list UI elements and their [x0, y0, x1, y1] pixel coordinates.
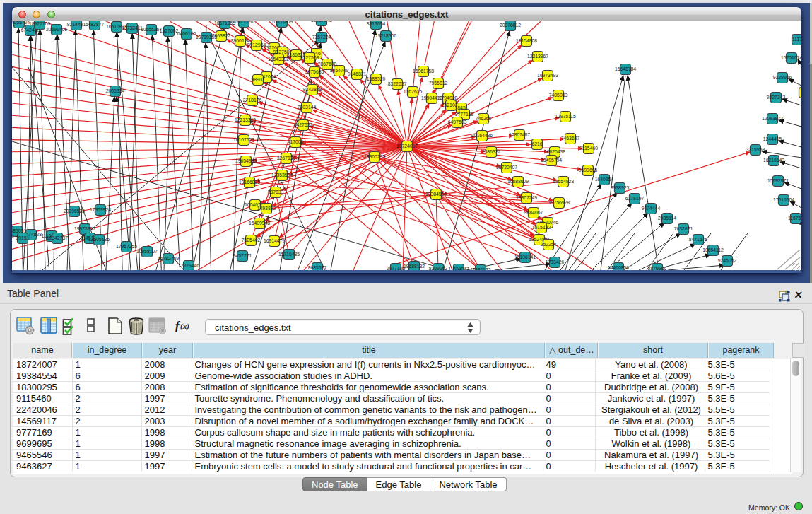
svg-text:20691406: 20691406 [46, 27, 67, 32]
svg-text:(x): (x) [180, 322, 189, 331]
svg-text:18300295: 18300295 [364, 154, 385, 159]
svg-text:8427552: 8427552 [294, 122, 313, 127]
svg-text:9214491: 9214491 [67, 22, 86, 27]
svg-text:10973493: 10973493 [537, 73, 558, 78]
svg-text:2803144: 2803144 [298, 105, 317, 110]
svg-text:9115460: 9115460 [579, 146, 598, 151]
svg-text:19218506: 19218506 [375, 33, 396, 38]
svg-text:252254: 252254 [541, 242, 557, 247]
svg-text:10688609: 10688609 [507, 179, 529, 184]
svg-text:8685577: 8685577 [308, 265, 327, 270]
svg-text:1527602: 1527602 [160, 28, 179, 33]
svg-text:39151: 39151 [16, 235, 30, 240]
svg-text:15692971: 15692971 [767, 178, 789, 183]
svg-text:2867608: 2867608 [318, 62, 337, 66]
svg-text:12505135: 12505135 [88, 237, 110, 242]
svg-text:1615132: 1615132 [532, 225, 551, 230]
svg-text:19975857: 19975857 [74, 226, 95, 231]
svg-text:6482877: 6482877 [86, 22, 105, 27]
svg-text:18922760: 18922760 [29, 21, 50, 26]
svg-text:7515526: 7515526 [235, 21, 254, 24]
svg-text:16543382: 16543382 [268, 57, 289, 62]
svg-text:1733426: 1733426 [546, 259, 565, 264]
svg-text:20876812: 20876812 [500, 23, 521, 28]
svg-text:18495794: 18495794 [541, 158, 562, 163]
svg-text:2386322: 2386322 [482, 149, 501, 154]
svg-text:19688132: 19688132 [404, 264, 425, 269]
svg-text:7632621: 7632621 [674, 226, 693, 231]
svg-text:7357224: 7357224 [312, 35, 331, 40]
svg-text:6379197: 6379197 [625, 196, 645, 201]
svg-text:2876966: 2876966 [648, 266, 667, 270]
svg-text:16409948: 16409948 [249, 221, 270, 226]
svg-text:8813054: 8813054 [367, 21, 386, 26]
svg-text:16961758: 16961758 [413, 69, 434, 74]
svg-text:20164436: 20164436 [471, 133, 493, 138]
svg-text:12353594: 12353594 [271, 173, 293, 177]
svg-text:16107553: 16107553 [233, 137, 254, 142]
svg-text:7463627: 7463627 [561, 136, 580, 141]
svg-text:12213967: 12213967 [527, 54, 548, 59]
svg-text:15751074: 15751074 [781, 55, 801, 60]
svg-text:6216: 6216 [531, 141, 542, 146]
svg-text:10958107: 10958107 [136, 249, 158, 254]
svg-text:1117: 1117 [792, 37, 801, 42]
svg-text:10655267: 10655267 [141, 27, 162, 32]
svg-text:17359924: 17359924 [90, 207, 111, 212]
svg-text:9327508: 9327508 [300, 55, 319, 60]
svg-text:1244415: 1244415 [763, 136, 782, 141]
svg-text:9227343: 9227343 [767, 95, 786, 100]
svg-text:12093872: 12093872 [762, 116, 783, 121]
svg-text:6497503: 6497503 [448, 119, 467, 124]
svg-text:9146821: 9146821 [348, 71, 367, 76]
svg-text:18807249: 18807249 [516, 195, 537, 200]
svg-text:17957255: 17957255 [116, 244, 137, 249]
svg-text:1588520: 1588520 [367, 76, 386, 81]
svg-text:98901: 98901 [252, 77, 265, 82]
svg-text:17016504: 17016504 [773, 197, 794, 202]
svg-text:6466160: 6466160 [177, 31, 196, 36]
svg-text:9457771: 9457771 [233, 253, 252, 258]
svg-text:18724007: 18724007 [396, 144, 418, 148]
svg-text:3267130: 3267130 [277, 156, 296, 160]
svg-text:8471676: 8471676 [689, 237, 708, 242]
svg-text:20206535: 20206535 [64, 209, 85, 214]
svg-text:9242848: 9242848 [303, 87, 322, 92]
svg-text:16782759: 16782759 [158, 256, 179, 261]
svg-text:3675685: 3675685 [305, 69, 324, 74]
svg-text:2935114: 2935114 [658, 216, 676, 221]
svg-text:9684067: 9684067 [524, 210, 543, 215]
svg-text:10057945: 10057945 [311, 21, 332, 23]
svg-text:12213369: 12213369 [235, 117, 256, 122]
svg-text:16154808: 16154808 [516, 38, 537, 43]
svg-text:19166825: 19166825 [239, 180, 260, 185]
svg-text:12342737: 12342737 [47, 235, 68, 240]
svg-text:19384554: 19384554 [425, 192, 447, 197]
svg-text:11881122: 11881122 [470, 267, 490, 270]
svg-text:10654112: 10654112 [702, 247, 724, 252]
svg-text:9245052: 9245052 [718, 258, 737, 263]
svg-text:10025438: 10025438 [544, 149, 565, 154]
svg-text:12975115: 12975115 [555, 114, 576, 119]
svg-text:2718176: 2718176 [243, 98, 262, 103]
svg-text:12923446: 12923446 [178, 263, 199, 268]
svg-text:14460856: 14460856 [608, 265, 629, 270]
svg-text:9777169: 9777169 [455, 112, 474, 117]
svg-text:16914479: 16914479 [264, 238, 285, 243]
svg-text:1640954: 1640954 [595, 177, 614, 182]
svg-text:7625402: 7625402 [242, 238, 261, 243]
svg-text:15136141: 15136141 [514, 255, 536, 259]
svg-text:116753: 116753 [788, 216, 801, 221]
svg-text:10719155: 10719155 [196, 35, 217, 40]
svg-text:8369062: 8369062 [429, 266, 448, 270]
svg-text:15716485: 15716485 [278, 252, 300, 257]
svg-text:16671355: 16671355 [214, 21, 235, 25]
svg-text:10807487: 10807487 [509, 132, 530, 137]
svg-text:15720407: 15720407 [496, 165, 517, 170]
svg-text:7955812: 7955812 [429, 81, 448, 86]
svg-text:746266: 746266 [476, 116, 492, 121]
svg-text:9699695: 9699695 [579, 168, 598, 173]
svg-text:417006: 417006 [288, 139, 304, 144]
svg-text:1362615: 1362615 [404, 89, 423, 94]
svg-text:10033809: 10033809 [271, 21, 293, 24]
